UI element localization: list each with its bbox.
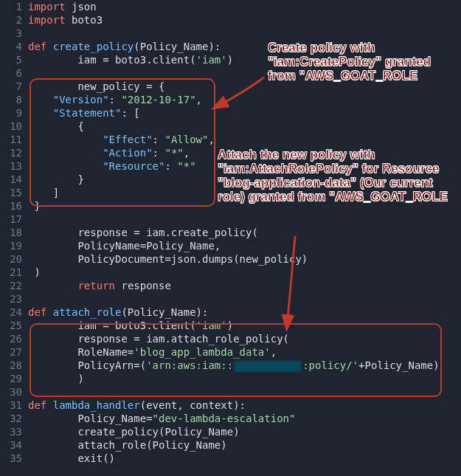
token-pu: ) xyxy=(28,266,41,278)
code-line[interactable]: 17 xyxy=(0,213,461,226)
line-number: 14 xyxy=(0,173,28,186)
code-line[interactable]: 22 return response xyxy=(0,279,461,292)
code-content[interactable] xyxy=(28,292,461,306)
line-number: 33 xyxy=(0,425,28,438)
code-line[interactable]: 18 response = iam.create_policy( xyxy=(0,226,461,239)
code-content[interactable]: create_policy(Policy_Name) xyxy=(28,425,461,438)
code-content[interactable]: "Resource": "*" xyxy=(28,159,461,173)
code-content[interactable] xyxy=(28,27,461,40)
code-line[interactable]: 6 xyxy=(0,66,461,80)
code-content[interactable]: import boto3 xyxy=(28,13,461,27)
token-nm: +Policy_Name) xyxy=(358,359,440,371)
code-line[interactable]: 7 new_policy = { xyxy=(0,80,461,93)
code-line[interactable]: 15 ] xyxy=(0,186,461,199)
code-content[interactable]: return response xyxy=(28,279,461,292)
code-line[interactable]: 26 response = iam.attach_role_policy( xyxy=(0,332,461,345)
line-number: 24 xyxy=(0,306,28,319)
code-content[interactable]: } xyxy=(28,173,461,186)
token-fn: lambda_handler xyxy=(53,399,140,411)
line-number: 16 xyxy=(0,199,28,213)
code-line[interactable]: 16 } xyxy=(0,199,461,213)
code-line[interactable]: 3 xyxy=(0,27,461,40)
code-line[interactable]: 30 xyxy=(0,385,461,399)
token-nm: exit() xyxy=(28,452,115,464)
token-nm xyxy=(28,134,103,145)
code-line[interactable]: 28 PolicyArn=('arn:aws:iam:::policy/'+Po… xyxy=(0,359,461,372)
code-line[interactable]: 25 iam = boto3.client('iam') xyxy=(0,319,461,332)
code-line[interactable]: 2import boto3 xyxy=(0,13,461,27)
code-content[interactable] xyxy=(28,66,461,80)
code-content[interactable]: "Version": "2012-10-17", xyxy=(28,93,461,106)
code-content[interactable]: PolicyArn=('arn:aws:iam:::policy/'+Polic… xyxy=(28,359,461,372)
redacted-account-id xyxy=(235,361,301,372)
code-line[interactable]: 27 RoleName='blog_app_lambda_data', xyxy=(0,345,461,359)
code-content[interactable] xyxy=(28,385,461,399)
token-st: "2012-10-17" xyxy=(121,94,195,106)
code-content[interactable]: new_policy = { xyxy=(28,80,461,93)
code-line[interactable]: 24def attach_role(Policy_Name): xyxy=(0,306,461,319)
code-content[interactable]: response = iam.create_policy( xyxy=(28,226,461,239)
code-content[interactable]: ) xyxy=(28,372,461,385)
code-line[interactable]: 35 exit() xyxy=(0,452,461,465)
line-number: 7 xyxy=(0,80,28,93)
code-content[interactable]: def create_policy(Policy_Name): xyxy=(28,40,461,53)
code-content[interactable]: PolicyName=Policy_Name, xyxy=(28,239,461,252)
code-line[interactable]: 23 xyxy=(0,292,461,306)
code-content[interactable]: "Statement": [ xyxy=(28,106,461,120)
code-line[interactable]: 10 { xyxy=(0,120,461,133)
line-number: 34 xyxy=(0,438,28,452)
line-number: 12 xyxy=(0,146,28,159)
code-content[interactable]: response = iam.attach_role_policy( xyxy=(28,332,461,345)
code-line[interactable]: 21 ) xyxy=(0,266,461,279)
token-kw: def xyxy=(28,41,53,52)
code-line[interactable]: 19 PolicyName=Policy_Name, xyxy=(0,239,461,252)
token-st: "dev-lambda-escalation" xyxy=(153,413,296,424)
code-line[interactable]: 14 } xyxy=(0,173,461,186)
code-content[interactable]: RoleName='blog_app_lambda_data', xyxy=(28,345,461,359)
code-line[interactable]: 29 ) xyxy=(0,372,461,385)
line-number: 31 xyxy=(0,399,28,412)
code-line[interactable]: 12 "Action": "*", xyxy=(0,146,461,159)
token-pr: "Resource" xyxy=(103,160,164,172)
code-content[interactable]: } xyxy=(28,199,461,213)
code-line[interactable]: 33 create_policy(Policy_Name) xyxy=(0,425,461,438)
code-line[interactable]: 4def create_policy(Policy_Name): xyxy=(0,40,461,53)
code-line[interactable]: 32 Policy_Name="dev-lambda-escalation" xyxy=(0,412,461,425)
code-line[interactable]: 8 "Version": "2012-10-17", xyxy=(0,93,461,106)
token-nm: PolicyDocument=json.dumps(new_policy) xyxy=(28,253,308,265)
token-pu: : xyxy=(109,94,122,106)
code-content[interactable]: def attach_role(Policy_Name): xyxy=(28,306,461,319)
code-content[interactable]: Policy_Name="dev-lambda-escalation" xyxy=(28,412,461,425)
code-line[interactable]: 11 "Effect": "Allow", xyxy=(0,133,461,146)
code-content[interactable]: "Effect": "Allow", xyxy=(28,133,461,146)
line-number: 25 xyxy=(0,319,28,332)
line-number: 29 xyxy=(0,372,28,385)
token-nm xyxy=(28,147,103,159)
code-content[interactable]: { xyxy=(28,120,461,133)
line-number: 20 xyxy=(0,252,28,266)
code-line[interactable]: 34 attach_role(Policy_Name) xyxy=(0,438,461,452)
code-content[interactable]: exit() xyxy=(28,452,461,465)
code-content[interactable]: iam = boto3.client('iam') xyxy=(28,53,461,66)
code-content[interactable]: ] xyxy=(28,186,461,199)
code-content[interactable] xyxy=(28,213,461,226)
token-pr: "Effect" xyxy=(103,134,152,145)
code-content[interactable]: iam = boto3.client('iam') xyxy=(28,319,461,332)
code-line[interactable]: 20 PolicyDocument=json.dumps(new_policy) xyxy=(0,252,461,266)
code-content[interactable]: import json xyxy=(28,0,461,13)
code-line[interactable]: 13 "Resource": "*" xyxy=(0,159,461,173)
token-pu: : xyxy=(153,134,165,145)
token-nm: PolicyName=Policy_Name, xyxy=(28,240,221,252)
token-kw: import xyxy=(28,1,72,13)
code-content[interactable]: ) xyxy=(28,266,461,279)
code-line[interactable]: 1import json xyxy=(0,0,461,13)
token-nm xyxy=(28,280,77,292)
code-content[interactable]: "Action": "*", xyxy=(28,146,461,159)
code-line[interactable]: 9 "Statement": [ xyxy=(0,106,461,120)
code-content[interactable]: PolicyDocument=json.dumps(new_policy) xyxy=(28,252,461,266)
code-line[interactable]: 31def lambda_handler(event, context): xyxy=(0,399,461,412)
code-content[interactable]: attach_role(Policy_Name) xyxy=(28,438,461,452)
code-content[interactable]: def lambda_handler(event, context): xyxy=(28,399,461,412)
code-line[interactable]: 5 iam = boto3.client('iam') xyxy=(0,53,461,66)
code-editor[interactable]: 1import json2import boto334def create_po… xyxy=(0,0,461,465)
